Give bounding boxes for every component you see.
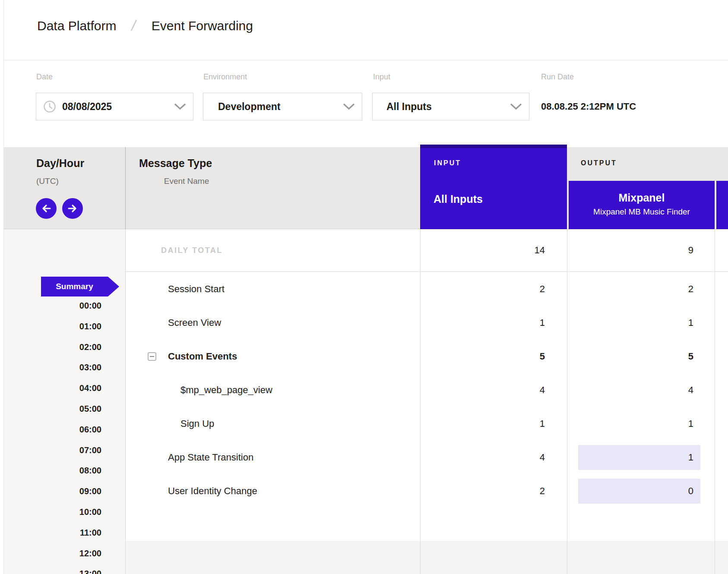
table-row: Sign Up 1 1 xyxy=(0,407,728,441)
event-name-label: Sign Up xyxy=(180,407,214,441)
chevron-down-icon xyxy=(510,103,522,110)
hour-label[interactable]: 10:00 xyxy=(4,506,101,518)
footer-band xyxy=(125,541,728,574)
input-cell-value: 2 xyxy=(420,272,545,306)
event-rows: Session Start 2 2 Screen View 1 1 Custom… xyxy=(0,272,728,508)
table-row: Custom Events 5 5 xyxy=(0,340,728,373)
output-cell-value: 0 xyxy=(578,479,700,504)
hour-label[interactable]: 00:00 xyxy=(4,300,101,312)
input-value: All Inputs xyxy=(386,101,432,113)
input-column-header: INPUT All Inputs xyxy=(420,145,567,229)
next-day-button[interactable] xyxy=(62,198,83,219)
hour-label[interactable]: 02:00 xyxy=(4,341,101,353)
hour-label[interactable]: 01:00 xyxy=(4,320,101,332)
breadcrumb: Data Platform / Event Forwarding xyxy=(37,17,253,34)
chevron-down-icon xyxy=(343,103,355,110)
hour-label[interactable]: 03:00 xyxy=(4,361,101,373)
table-row: Screen View 1 1 xyxy=(0,306,728,340)
hour-label[interactable]: 04:00 xyxy=(4,382,101,394)
date-filter-label: Date xyxy=(36,73,53,82)
run-date-label: Run Date xyxy=(541,73,574,82)
day-hour-subtitle: (UTC) xyxy=(36,176,59,186)
input-column-accent-strip xyxy=(420,145,567,148)
input-cell-value: 4 xyxy=(420,373,545,407)
event-name-label: User Identity Change xyxy=(168,474,257,508)
message-type-header: Message Type xyxy=(139,157,212,170)
prev-day-button[interactable] xyxy=(36,198,57,219)
output-cell-value: 1 xyxy=(578,407,700,441)
event-name-label: App State Transition xyxy=(168,441,253,474)
output-cell-value: 2 xyxy=(578,272,700,306)
header-column-separator xyxy=(125,147,126,229)
hour-label[interactable]: 05:00 xyxy=(4,403,101,415)
breadcrumb-section[interactable]: Data Platform xyxy=(37,19,116,33)
hour-label[interactable]: 13:00 xyxy=(4,568,101,574)
day-hour-header: Day/Hour xyxy=(36,157,84,170)
input-group-label: INPUT xyxy=(434,159,461,167)
hour-label[interactable]: 12:00 xyxy=(4,547,101,559)
output-cell-value: 1 xyxy=(578,306,700,340)
arrow-left-icon xyxy=(41,203,51,214)
chevron-down-icon xyxy=(174,103,186,110)
input-column-title: All Inputs xyxy=(434,193,483,205)
event-name-label: Custom Events xyxy=(168,340,237,373)
output-column-title: Mixpanel xyxy=(569,191,715,204)
input-cell-value: 1 xyxy=(420,407,545,441)
hour-label[interactable]: 09:00 xyxy=(4,485,101,497)
collapse-icon[interactable] xyxy=(148,352,156,361)
hour-label[interactable]: 08:00 xyxy=(4,464,101,476)
hour-label[interactable]: 07:00 xyxy=(4,444,101,456)
date-value: 08/08/2025 xyxy=(62,101,112,113)
output-cell-value: 4 xyxy=(578,373,700,407)
environment-value: Development xyxy=(218,101,280,113)
header-divider xyxy=(3,60,728,60)
input-cell-value: 2 xyxy=(420,474,545,508)
daily-total-input-value: 14 xyxy=(420,229,545,271)
hour-label[interactable]: 06:00 xyxy=(4,423,101,435)
input-filter-label: Input xyxy=(373,73,390,82)
date-dropdown[interactable]: 08/08/2025 xyxy=(36,93,193,120)
clock-icon xyxy=(43,100,56,113)
input-cell-value: 5 xyxy=(420,340,545,373)
input-cell-value: 1 xyxy=(420,306,545,340)
event-forwarding-page: Data Platform / Event Forwarding Date 08… xyxy=(0,0,728,574)
input-dropdown[interactable]: All Inputs xyxy=(372,93,529,120)
environment-dropdown[interactable]: Development xyxy=(203,93,362,120)
input-cell-value: 4 xyxy=(420,441,545,474)
daily-total-label: DAILY TOTAL xyxy=(161,229,223,271)
event-name-label: Screen View xyxy=(168,306,221,340)
table-row: $mp_web_page_view 4 4 xyxy=(0,373,728,407)
event-name-subtitle: Event Name xyxy=(139,176,234,186)
daily-total-output-value: 9 xyxy=(567,229,693,271)
output-cell-value: 5 xyxy=(578,340,700,373)
next-output-column-header xyxy=(716,181,728,229)
mixpanel-column-header: Mixpanel Mixpanel MB Music Finder xyxy=(569,181,715,229)
table-row: User Identity Change 2 0 xyxy=(0,474,728,508)
environment-filter-label: Environment xyxy=(203,73,247,82)
run-date-value: 08.08.25 2:12PM UTC xyxy=(541,93,636,120)
event-name-label: Session Start xyxy=(168,272,225,306)
output-cell-value: 1 xyxy=(578,445,700,470)
hour-label[interactable]: 11:00 xyxy=(4,527,101,539)
event-name-label: $mp_web_page_view xyxy=(180,373,272,407)
arrow-right-icon xyxy=(67,203,78,214)
table-row: App State Transition 4 1 xyxy=(0,441,728,474)
output-column-subtitle: Mixpanel MB Music Finder xyxy=(569,207,715,217)
output-group-label: OUTPUT xyxy=(581,159,617,167)
summary-badge[interactable]: Summary xyxy=(41,277,119,296)
page-title: Event Forwarding xyxy=(152,19,253,33)
breadcrumb-separator: / xyxy=(130,17,138,34)
daily-total-divider xyxy=(125,271,728,272)
daily-total-row: DAILY TOTAL 14 9 xyxy=(125,229,728,271)
